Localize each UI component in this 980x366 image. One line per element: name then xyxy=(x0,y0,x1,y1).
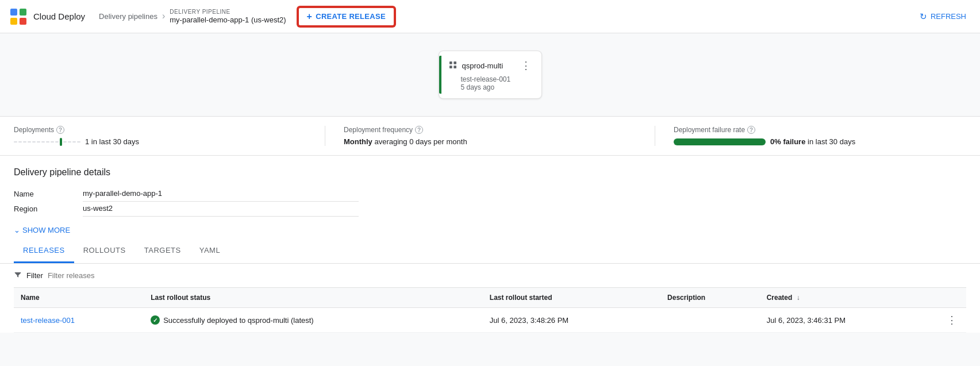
filter-input[interactable] xyxy=(48,271,966,280)
svg-rect-3 xyxy=(20,18,26,25)
failure-bar-container: 0% failure in last 30 days xyxy=(674,137,966,146)
chart-bar xyxy=(60,138,62,146)
details-title: Delivery pipeline details xyxy=(14,167,966,178)
node-title-row: qsprod-multi xyxy=(448,60,504,71)
chart-dot-4 xyxy=(28,141,31,142)
node-status-bar xyxy=(439,56,441,94)
col-description: Description xyxy=(660,288,760,308)
app-title: Cloud Deploy xyxy=(33,11,85,21)
details-row-region: Region us-west2 xyxy=(14,202,359,217)
chart-dot-3 xyxy=(23,141,26,142)
breadcrumb-pipelines-link[interactable]: Delivery pipelines xyxy=(99,12,157,21)
frequency-stat: Deployment frequency ? Monthly averaging… xyxy=(325,126,655,146)
pipeline-visualization: qsprod-multi ⋮ test-release-001 5 days a… xyxy=(0,33,980,117)
chevron-down-icon: ⌄ xyxy=(14,226,20,234)
deployment-chart: 1 in last 30 days xyxy=(14,137,306,146)
chart-dot-1 xyxy=(14,141,17,142)
releases-table: Name Last rollout status Last rollout st… xyxy=(14,288,966,333)
tab-releases[interactable]: RELEASES xyxy=(14,239,74,263)
cell-description xyxy=(660,308,760,333)
sort-desc-icon: ↓ xyxy=(797,294,800,302)
chart-dot-11 xyxy=(63,141,67,142)
breadcrumb-separator: › xyxy=(162,11,165,21)
chart-dot-14 xyxy=(77,141,80,142)
status-success-container: Successfully deployed to qsprod-multi (l… xyxy=(151,315,476,325)
cell-last-rollout-started: Jul 6, 2023, 3:48:26 PM xyxy=(483,308,660,333)
node-release: test-release-001 xyxy=(448,75,532,83)
deployments-stat: Deployments ? 1 in last 30 da xyxy=(14,126,325,146)
cell-row-menu: ⋮ xyxy=(937,308,966,333)
chart-dot-5 xyxy=(32,141,36,142)
node-icon xyxy=(448,60,458,71)
node-title: qsprod-multi xyxy=(462,61,504,70)
show-more-button[interactable]: ⌄ SHOW MORE xyxy=(14,221,966,239)
pipeline-label: DELIVERY PIPELINE xyxy=(170,8,286,16)
cell-created: Jul 6, 2023, 3:46:31 PM xyxy=(760,308,937,333)
details-section: Delivery pipeline details Name my-parall… xyxy=(0,156,980,239)
cell-last-rollout-status: Successfully deployed to qsprod-multi (l… xyxy=(144,308,483,333)
svg-rect-5 xyxy=(454,61,456,64)
tab-rollouts[interactable]: ROLLOUTS xyxy=(74,239,135,263)
failure-info-icon[interactable]: ? xyxy=(747,126,755,134)
breadcrumb-current: DELIVERY PIPELINE my-parallel-demo-app-1… xyxy=(170,8,286,25)
release-name-link[interactable]: test-release-001 xyxy=(21,316,75,325)
create-release-button[interactable]: + CREATE RELEASE xyxy=(298,7,395,26)
deployments-value: 1 in last 30 days xyxy=(85,137,139,146)
filter-icon xyxy=(14,271,22,280)
refresh-button[interactable]: ↻ REFRESH xyxy=(915,8,971,25)
svg-rect-6 xyxy=(449,66,452,68)
region-label: Region xyxy=(14,202,83,217)
chart-dot-8 xyxy=(46,141,49,142)
col-last-rollout-status: Last rollout status xyxy=(144,288,483,308)
chart-dot-2 xyxy=(18,141,22,142)
refresh-icon: ↻ xyxy=(920,11,927,22)
chart-dot-9 xyxy=(51,141,54,142)
plus-icon: + xyxy=(307,11,313,22)
cell-release-name: test-release-001 xyxy=(14,308,144,333)
failure-rate-stat: Deployment failure rate ? 0% failure in … xyxy=(655,126,966,146)
deployments-label: Deployments ? xyxy=(14,126,306,134)
details-table: Name my-parallel-demo-app-1 Region us-we… xyxy=(14,187,359,217)
svg-rect-7 xyxy=(454,66,456,68)
status-success-icon xyxy=(151,315,160,325)
svg-rect-0 xyxy=(10,9,17,16)
name-value: my-parallel-demo-app-1 xyxy=(83,187,359,202)
chart-dot-12 xyxy=(68,141,71,142)
chart-dot-7 xyxy=(41,141,45,142)
logo-container: Cloud Deploy xyxy=(9,7,85,26)
node-menu-icon[interactable]: ⋮ xyxy=(520,58,532,73)
col-created[interactable]: Created ↓ xyxy=(760,288,937,308)
node-header: qsprod-multi ⋮ xyxy=(448,58,532,73)
name-label: Name xyxy=(14,187,83,202)
create-release-label: CREATE RELEASE xyxy=(316,12,386,21)
svg-rect-1 xyxy=(20,9,26,16)
failure-bar xyxy=(674,138,766,145)
failure-label: Deployment failure rate ? xyxy=(674,126,966,134)
deployments-info-icon[interactable]: ? xyxy=(56,126,64,134)
row-menu-button[interactable]: ⋮ xyxy=(944,313,959,327)
cloud-deploy-logo-icon xyxy=(9,7,28,26)
breadcrumb: Delivery pipelines › DELIVERY PIPELINE m… xyxy=(99,8,286,25)
col-last-rollout-started: Last rollout started xyxy=(483,288,660,308)
status-text: Successfully deployed to qsprod-multi (l… xyxy=(163,316,314,325)
svg-rect-4 xyxy=(449,61,452,64)
table-header-row: Name Last rollout status Last rollout st… xyxy=(14,288,966,308)
frequency-label: Deployment frequency ? xyxy=(344,126,636,134)
tabs-bar: RELEASES ROLLOUTS TARGETS YAML xyxy=(0,239,980,264)
col-actions xyxy=(937,288,966,308)
chart-dots xyxy=(14,138,80,146)
filter-bar: Filter xyxy=(14,264,966,288)
chart-dot-13 xyxy=(72,141,76,142)
table-row: test-release-001 Successfully deployed t… xyxy=(14,308,966,333)
pipeline-name: my-parallel-demo-app-1 (us-west2) xyxy=(170,16,286,25)
filter-label: Filter xyxy=(26,271,43,280)
frequency-value: Monthly averaging 0 days per month xyxy=(344,137,636,146)
app-header: Cloud Deploy Delivery pipelines › DELIVE… xyxy=(0,0,980,33)
stats-section: Deployments ? 1 in last 30 da xyxy=(0,117,980,156)
node-time: 5 days ago xyxy=(448,83,532,91)
frequency-info-icon[interactable]: ? xyxy=(415,126,423,134)
releases-section: Filter Name Last rollout status Last rol… xyxy=(0,264,980,333)
tab-yaml[interactable]: YAML xyxy=(190,239,229,263)
pipeline-node-qsprod[interactable]: qsprod-multi ⋮ test-release-001 5 days a… xyxy=(439,51,542,99)
tab-targets[interactable]: TARGETS xyxy=(135,239,190,263)
